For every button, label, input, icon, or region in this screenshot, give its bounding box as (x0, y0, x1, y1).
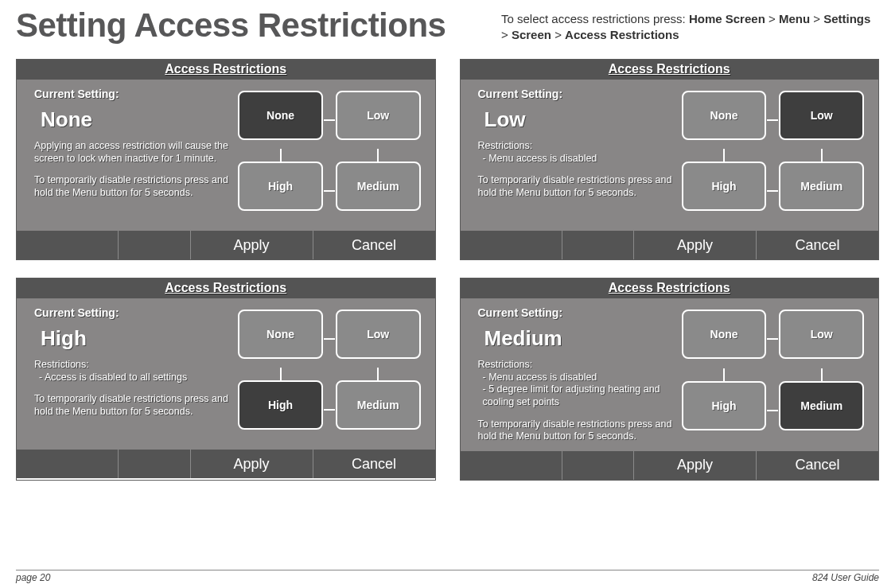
current-setting-value: Medium (484, 325, 679, 352)
option-medium-button[interactable]: Medium (336, 162, 421, 211)
disable-note: To temporarily disable restrictions pres… (478, 419, 679, 443)
access-restrictions-panel: Access RestrictionsCurrent Setting:LowRe… (460, 59, 880, 260)
page-footer: page 20 824 User Guide (16, 570, 879, 583)
option-high-button[interactable]: High (238, 162, 323, 211)
connector-horizontal (323, 380, 336, 438)
nav-instructions: To select access restrictions press: Hom… (501, 6, 879, 44)
restriction-item: 5 degree limit for adjusting heating and… (483, 384, 679, 408)
connector-spacer (323, 368, 336, 380)
access-restrictions-panel: Access RestrictionsCurrent Setting:NoneA… (16, 59, 436, 260)
restrictions-title: Restrictions: (34, 359, 235, 372)
panel-title: Access Restrictions (461, 278, 879, 298)
connector-vertical (779, 149, 864, 162)
footer-spacer (461, 451, 562, 480)
access-restrictions-panel: Access RestrictionsCurrent Setting:HighR… (16, 278, 436, 481)
footer-spacer (118, 450, 189, 478)
option-low-button[interactable]: Low (336, 91, 421, 140)
restriction-item: Menu access is disabled (483, 153, 679, 165)
connector-spacer (766, 368, 779, 381)
option-low-button[interactable]: Low (336, 310, 421, 359)
option-high-button[interactable]: High (682, 381, 767, 430)
apply-button[interactable]: Apply (633, 451, 756, 480)
footer-spacer (562, 231, 633, 259)
footer-spacer (118, 231, 189, 259)
current-setting-label: Current Setting: (478, 88, 679, 102)
connector-horizontal (766, 162, 779, 220)
restrictions-list: Restrictions:Menu access is disabled5 de… (478, 359, 679, 409)
option-grid: NoneLowHighMedium (235, 88, 423, 223)
connector-vertical (682, 368, 767, 381)
page-title: Setting Access Restrictions (16, 6, 446, 45)
connector-horizontal (323, 310, 336, 368)
option-none-button[interactable]: None (682, 310, 767, 359)
restrictions-list: Restrictions:Access is disabled to all s… (34, 359, 235, 384)
connector-vertical (336, 149, 421, 162)
option-high-button[interactable]: High (682, 162, 767, 211)
option-none-button[interactable]: None (238, 310, 323, 359)
connector-horizontal (766, 310, 779, 368)
connector-vertical (238, 149, 323, 162)
footer-spacer (562, 451, 633, 480)
option-high-button[interactable]: High (238, 380, 323, 430)
option-grid: NoneLowHighMedium (679, 306, 867, 443)
footer-spacer (17, 231, 118, 259)
current-setting-label: Current Setting: (478, 306, 679, 321)
restriction-item: Menu access is disabled (483, 372, 679, 384)
breadcrumb-separator: > (501, 28, 512, 41)
option-low-button[interactable]: Low (779, 310, 864, 359)
breadcrumb-segment: Home Screen (689, 12, 765, 25)
panel-description: Applying an access restriction will caus… (34, 140, 235, 165)
panel-info: Current Setting:LowRestrictions:Menu acc… (478, 88, 679, 223)
current-setting-value: Low (484, 107, 679, 133)
footer-spacer (17, 450, 118, 478)
panel-info: Current Setting:NoneApplying an access r… (34, 88, 235, 223)
connector-horizontal (766, 381, 779, 440)
disable-note: To temporarily disable restrictions pres… (478, 174, 679, 199)
breadcrumb-segment: Access Restrictions (565, 28, 679, 41)
panel-title: Access Restrictions (17, 60, 435, 80)
panel-footer: ApplyCancel (461, 231, 879, 259)
option-none-button[interactable]: None (682, 91, 767, 140)
option-low-button[interactable]: Low (779, 91, 864, 140)
connector-spacer (323, 149, 336, 162)
cancel-button[interactable]: Cancel (313, 450, 435, 478)
restrictions-title: Restrictions: (478, 140, 679, 153)
breadcrumb-separator: > (765, 12, 779, 25)
apply-button[interactable]: Apply (190, 450, 313, 478)
option-none-button[interactable]: None (238, 91, 323, 140)
nav-prefix: To select access restrictions press: (501, 12, 689, 25)
option-medium-button[interactable]: Medium (779, 381, 864, 430)
apply-button[interactable]: Apply (633, 231, 756, 259)
panel-footer: ApplyCancel (17, 450, 435, 478)
option-grid: NoneLowHighMedium (235, 306, 423, 442)
breadcrumb-segment: Menu (779, 12, 810, 25)
current-setting-value: None (41, 107, 235, 133)
cancel-button[interactable]: Cancel (313, 231, 435, 259)
restriction-item: Access is disabled to all settings (39, 372, 235, 384)
connector-vertical (238, 368, 323, 380)
panel-footer: ApplyCancel (461, 451, 879, 480)
connector-horizontal (323, 91, 336, 149)
current-setting-value: High (41, 325, 235, 352)
disable-note: To temporarily disable restrictions pres… (34, 174, 235, 199)
cancel-button[interactable]: Cancel (756, 451, 878, 480)
panel-title: Access Restrictions (461, 60, 879, 80)
connector-vertical (682, 149, 767, 162)
current-setting-label: Current Setting: (34, 88, 235, 102)
connector-horizontal (766, 91, 779, 149)
panel-footer: ApplyCancel (17, 231, 435, 259)
page-number: page 20 (16, 572, 50, 583)
option-medium-button[interactable]: Medium (779, 162, 864, 211)
access-restrictions-panel: Access RestrictionsCurrent Setting:Mediu… (460, 278, 880, 481)
option-medium-button[interactable]: Medium (336, 380, 421, 430)
cancel-button[interactable]: Cancel (756, 231, 878, 259)
breadcrumb-separator: > (810, 12, 823, 25)
apply-button[interactable]: Apply (190, 231, 313, 259)
guide-label: 824 User Guide (812, 572, 879, 583)
footer-spacer (461, 231, 562, 259)
connector-vertical (336, 368, 421, 380)
option-grid: NoneLowHighMedium (679, 88, 867, 223)
breadcrumb-segment: Screen (512, 28, 551, 41)
connector-spacer (766, 149, 779, 162)
connector-vertical (779, 368, 864, 381)
